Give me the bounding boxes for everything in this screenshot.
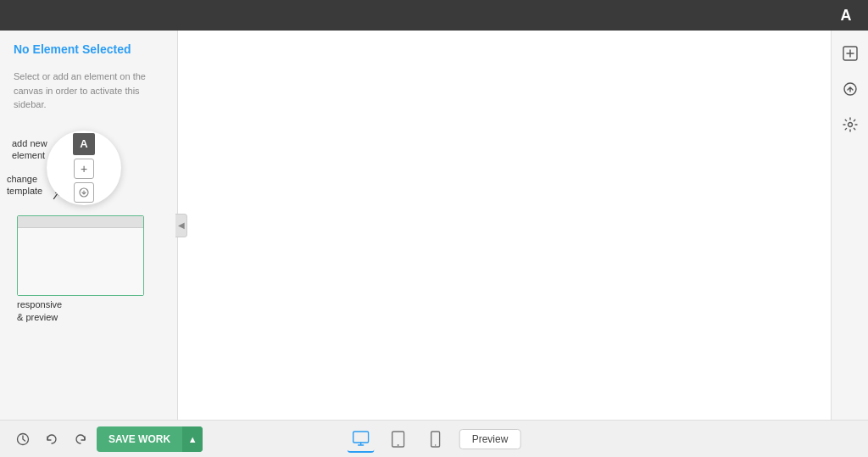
upload-toolbar-button[interactable] [837,76,863,102]
preview-label: Preview [472,433,509,445]
main-area: No Element Selected Select or add an ele… [0,31,868,420]
desktop-view-button[interactable] [348,426,375,453]
label-add-new: add newelement [12,137,47,162]
label-change-template: changetemplate [7,173,42,198]
svg-point-9 [435,444,437,446]
top-bar: A [0,0,868,31]
add-element-toolbar-button[interactable] [837,41,863,66]
undo-button[interactable] [39,426,64,452]
chevron-left-icon: ◀ [178,220,185,230]
sidebar-title: No Element Selected [0,31,177,63]
tooltip-circle: A + [47,131,121,205]
preview-canvas-topbar [18,216,143,228]
brand-icon: A [73,133,95,155]
add-element-icon[interactable]: + [74,159,94,179]
preview-canvas-inner [18,216,143,295]
history-icon-button[interactable] [10,426,36,452]
save-work-button[interactable]: SAVE WORK ▲ [97,426,203,452]
device-selector: Preview [348,426,521,453]
left-sidebar: No Element Selected Select or add an ele… [0,31,178,420]
preview-mini-canvas [17,215,144,296]
tooltip-top-row: A [73,133,95,155]
logo: A [831,0,861,31]
label-responsive: responsive& preview [17,298,62,325]
change-template-icon[interactable] [74,182,94,203]
save-work-label: SAVE WORK [97,433,182,445]
sidebar-description: Select or add an element on the canvas i… [0,63,177,122]
bottom-left: SAVE WORK ▲ [0,426,203,452]
mobile-view-button[interactable] [422,426,449,453]
preview-button[interactable]: Preview [459,429,521,449]
svg-point-7 [398,444,399,446]
settings-toolbar-button[interactable] [837,112,863,137]
save-work-chevron-icon: ▲ [182,426,203,452]
bottom-bar: SAVE WORK ▲ Preview [0,420,868,457]
redo-button[interactable] [68,426,93,452]
svg-rect-5 [353,432,369,443]
canvas-area[interactable] [178,31,831,420]
svg-point-3 [848,123,852,127]
illustration-area: add newelement ↗ A + ↗ changetemplat [0,122,177,421]
right-toolbar [831,31,868,420]
sidebar-collapse-handle[interactable]: ◀ [175,214,187,237]
tablet-view-button[interactable] [385,426,412,453]
